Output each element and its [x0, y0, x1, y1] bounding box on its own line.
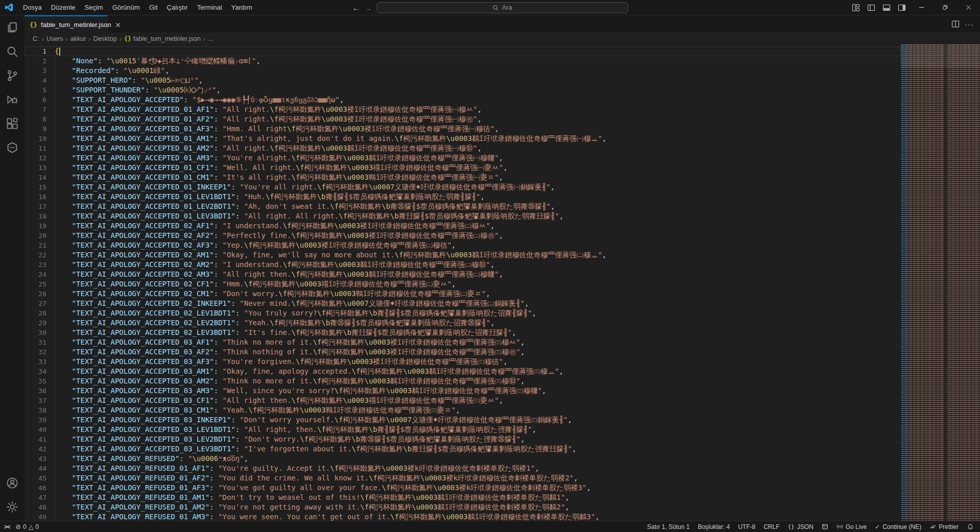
toggle-secondary-sidebar-button[interactable] [894, 0, 910, 15]
editor-line[interactable]: 26"TEXT_AI_APOLOGY_ACCEPTED_02_CM1": "Do… [25, 289, 900, 299]
sidebar-item-run-debug[interactable] [0, 87, 25, 111]
menu--al-t-r[interactable]: Çalıştır [162, 0, 193, 15]
sidebar-item-search[interactable] [0, 39, 25, 63]
minimap[interactable] [900, 44, 980, 521]
editor-line[interactable]: 23"TEXT_AI_APOLOGY_ACCEPTED_02_AM2": "I … [25, 260, 900, 270]
indentation[interactable]: Boşluklar: 4 [698, 523, 730, 530]
editor-line[interactable]: 48"TEXT_AI_APOLOGY_REFUSED_01_AM2": "You… [25, 502, 900, 512]
editor-line[interactable]: 11"TEXT_AI_APOLOGY_ACCEPTED_01_AM2": "Al… [25, 143, 900, 153]
forward-arrow-button[interactable]: → [365, 4, 372, 12]
breadcrumb-item[interactable]: Users [46, 35, 63, 42]
editor-line[interactable]: 30"TEXT_AI_APOLOGY_ACCEPTED_02_LEV3BDT1"… [25, 328, 900, 337]
editor-line[interactable]: 34"TEXT_AI_APOLOGY_ACCEPTED_03_AM1": "Ok… [25, 367, 900, 376]
editor-line[interactable]: 31"TEXT_AI_APOLOGY_ACCEPTED_03_AF1": "Th… [25, 337, 900, 347]
problems-indicator[interactable]: ⊘ 0 △ 0 [15, 523, 38, 530]
menu-dosya[interactable]: Dosya [18, 0, 46, 15]
menu-se-im[interactable]: Seçim [80, 0, 108, 15]
breadcrumb-item[interactable]: Desktop [93, 35, 117, 42]
sidebar-item-extensions[interactable] [0, 111, 25, 135]
breadcrumb-item[interactable]: akkur [70, 35, 86, 42]
editor-line[interactable]: 33"TEXT_AI_APOLOGY_ACCEPTED_03_AF3": "Yo… [25, 357, 900, 367]
editor-line[interactable]: 45"TEXT_AI_APOLOGY_REFUSED_01_AF2": "You… [25, 473, 900, 483]
close-button[interactable] [957, 0, 980, 15]
split-editor-button[interactable] [951, 20, 960, 28]
hexagon-icon [6, 141, 18, 154]
editor-line[interactable]: 42"TEXT_AI_APOLOGY_ACCEPTED_03_LEV3BDT1"… [25, 444, 900, 454]
sidebar-item-custom-extension[interactable] [0, 135, 25, 159]
editor-line[interactable]: 17"TEXT_AI_APOLOGY_ACCEPTED_01_LEV2BDT1"… [25, 202, 900, 211]
editor-line[interactable]: 40"TEXT_AI_APOLOGY_ACCEPTED_03_LEV1BDT1"… [25, 425, 900, 434]
editor-line[interactable]: 6"TEXT_AI_APOLOGY_ACCEPTED": "$▶→◉→→◉◉◉⑤… [25, 95, 900, 105]
command-center-search[interactable]: Ara [377, 2, 628, 13]
toggle-primary-sidebar-button[interactable] [864, 0, 879, 15]
menu-git[interactable]: Git [145, 0, 162, 15]
editor-line[interactable]: 3"Recorded": "\u0001睩", [25, 66, 900, 76]
editor-line[interactable]: 2"None": "\u0015'暴ᵚ҈Ꝺ◈㠯本⊥ᵓ㐃瞰噌㥸幉幡徧☆α⊞⌈", [25, 56, 900, 66]
editor-line[interactable]: 46"TEXT_AI_APOLOGY_REFUSED_01_AF3": "You… [25, 483, 900, 493]
editor-line[interactable]: 24"TEXT_AI_APOLOGY_ACCEPTED_02_AM3": "Al… [25, 270, 900, 279]
open-in-browser[interactable] [822, 523, 828, 530]
editor-line[interactable]: 9"TEXT_AI_APOLOGY_ACCEPTED_01_AF3": "Hmm… [25, 124, 900, 134]
editor-line[interactable]: 38"TEXT_AI_APOLOGY_ACCEPTED_03_CM1": "Ye… [25, 405, 900, 415]
menu-d-zenle[interactable]: Düzenle [46, 0, 80, 15]
sidebar-item-source-control[interactable] [0, 63, 25, 87]
back-arrow-button[interactable]: ← [352, 4, 360, 12]
editor-line[interactable]: 44"TEXT_AI_APOLOGY_REFUSED_01_AF1": "You… [25, 464, 900, 473]
menu-yard-m[interactable]: Yardım [227, 0, 257, 15]
editor-line[interactable]: 7"TEXT_AI_APOLOGY_ACCEPTED_01_AF1": "All… [25, 105, 900, 114]
editor-line[interactable]: 12"TEXT_AI_APOLOGY_ACCEPTED_01_AM3": "Yo… [25, 153, 900, 163]
editor-line[interactable]: 18"TEXT_AI_APOLOGY_ACCEPTED_01_LEV3BDT1"… [25, 211, 900, 221]
editor-line[interactable]: 41"TEXT_AI_APOLOGY_ACCEPTED_03_LEV2BDT1"… [25, 434, 900, 444]
editor-line[interactable]: 19"TEXT_AI_APOLOGY_ACCEPTED_02_AF1": "I … [25, 221, 900, 231]
breadcrumb-item[interactable]: {}fable_tum_metinler.json [124, 35, 201, 42]
settings-button[interactable] [0, 495, 25, 519]
prettier[interactable]: ✓✓Prettier [929, 523, 959, 530]
editor-line[interactable]: 25"TEXT_AI_APOLOGY_ACCEPTED_02_CF1": "Hm… [25, 279, 900, 289]
menu-g-r-n-m[interactable]: Görünüm [108, 0, 145, 15]
toggle-panel-button[interactable] [879, 0, 894, 15]
editor-line[interactable]: 43"TEXT_AI_APOLOGY_REFUSED": "\u0006ᵚᴥo᷅… [25, 454, 900, 464]
editor-line[interactable]: 49"TEXT_AI_APOLOGY_REFUSED_01_AM3": "You… [25, 512, 900, 521]
editor-line[interactable]: 37"TEXT_AI_APOLOGY_ACCEPTED_03_CF1": "Al… [25, 396, 900, 405]
go-live[interactable]: Go Live [836, 523, 867, 530]
editor-line[interactable]: 47"TEXT_AI_APOLOGY_REFUSED_01_AM1": "Don… [25, 493, 900, 502]
language-mode[interactable]: {}JSON [787, 523, 813, 530]
editor-line[interactable]: 35"TEXT_AI_APOLOGY_ACCEPTED_03_AM2": "Th… [25, 376, 900, 386]
editor-line[interactable]: 8"TEXT_AI_APOLOGY_ACCEPTED_01_AF2": "All… [25, 114, 900, 124]
encoding[interactable]: UTF-8 [738, 523, 755, 530]
breadcrumb-item[interactable]: ... [208, 35, 213, 42]
editor-line[interactable]: 39"TEXT_AI_APOLOGY_ACCEPTED_03_INKEEP1":… [25, 415, 900, 425]
cursor-position[interactable]: Satır 1, Sütun 1 [647, 523, 689, 530]
breadcrumb-item[interactable]: C: [33, 35, 39, 42]
editor-line[interactable]: 21"TEXT_AI_APOLOGY_ACCEPTED_02_AF3": "Ye… [25, 240, 900, 250]
editor-line[interactable]: 27"TEXT_AI_APOLOGY_ACCEPTED_02_INKEEP1":… [25, 299, 900, 308]
sidebar-item-explorer[interactable] [0, 15, 25, 39]
editor-line[interactable]: 16"TEXT_AI_APOLOGY_ACCEPTED_01_LEV1BDT1"… [25, 192, 900, 202]
customize-layout-button[interactable] [848, 0, 864, 15]
editor-line[interactable]: 20"TEXT_AI_APOLOGY_ACCEPTED_02_AF2": "Pe… [25, 231, 900, 240]
editor-line[interactable]: 5"SUPPORT_THUNDER": "\u0005⒦⛭⼓⍻ᶻ", [25, 85, 900, 95]
editor-line[interactable]: 28"TEXT_AI_APOLOGY_ACCEPTED_02_LEV1BDT1"… [25, 308, 900, 318]
minimize-button[interactable] [910, 0, 933, 15]
editor-line[interactable]: 32"TEXT_AI_APOLOGY_ACCEPTED_03_AF2": "Th… [25, 347, 900, 357]
more-actions-button[interactable]: ··· [965, 20, 974, 29]
editor-line[interactable]: 13"TEXT_AI_APOLOGY_ACCEPTED_01_CF1": "We… [25, 163, 900, 173]
accounts-button[interactable] [0, 471, 25, 495]
eol[interactable]: CRLF [763, 523, 779, 530]
editor-line[interactable]: 10"TEXT_AI_APOLOGY_ACCEPTED_01_AM1": "Th… [25, 134, 900, 143]
notifications[interactable] [967, 523, 974, 530]
editor-line[interactable]: 1{ [25, 46, 900, 56]
editor-line[interactable]: 22"TEXT_AI_APOLOGY_ACCEPTED_02_AM1": "Ok… [25, 250, 900, 260]
restore-button[interactable] [933, 0, 957, 15]
remote-indicator[interactable]: >< [4, 523, 9, 530]
minimap-slider[interactable] [900, 44, 980, 68]
editor-line[interactable]: 36"TEXT_AI_APOLOGY_ACCEPTED_03_AM3": "We… [25, 386, 900, 396]
editor-line[interactable]: 15"TEXT_AI_APOLOGY_ACCEPTED_01_INKEEP1":… [25, 182, 900, 192]
editor-line[interactable]: 4"SUPPORT_HERO": "\u0005▻⊨□⊔ⱽ", [25, 76, 900, 85]
editor[interactable]: 1{2"None": "\u0015'暴ᵚ҈Ꝺ◈㠯本⊥ᵓ㐃瞰噌㥸幉幡徧☆α⊞⌈"… [25, 44, 900, 521]
menu-terminal[interactable]: Terminal [193, 0, 227, 15]
tab-fable-tum-metinler[interactable]: {} fable_tum_metinler.json [25, 15, 108, 33]
editor-line[interactable]: 14"TEXT_AI_APOLOGY_ACCEPTED_01_CM1": "It… [25, 173, 900, 182]
editor-line[interactable]: 29"TEXT_AI_APOLOGY_ACCEPTED_02_LEV2BDT1"… [25, 318, 900, 328]
continue-extension[interactable]: ✓Continue (NE) [875, 523, 921, 530]
